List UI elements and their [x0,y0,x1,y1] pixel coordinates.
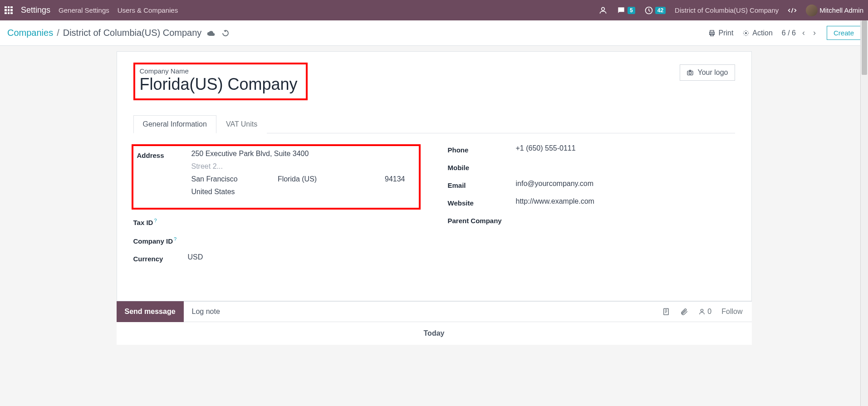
phone-input[interactable]: +1 (650) 555-0111 [516,144,735,152]
company-name-input[interactable]: Florida(US) Company [140,75,298,94]
email-label: Email [448,180,516,189]
pager-prev-icon[interactable]: ‹ [800,28,807,38]
user-name: Mitchell Admin [819,6,863,14]
breadcrumb-separator: / [57,28,59,38]
left-column: Address 250 Executive Park Blvd, Suite 3… [133,144,421,271]
website-label: Website [448,197,516,207]
nav-right: 5 42 District of Columbia(US) Company Mi… [598,5,863,16]
messages-badge: 5 [628,7,635,14]
logo-label: Your logo [697,68,728,77]
attachments-icon[interactable] [662,308,670,316]
pager-value[interactable]: 6 / 6 [782,29,796,37]
navbar: Settings General Settings Users & Compan… [0,0,868,20]
followers-count[interactable]: 0 [698,308,711,316]
breadcrumb-root[interactable]: Companies [7,28,53,38]
email-input[interactable]: info@yourcompany.com [516,180,735,188]
follow-button[interactable]: Follow [721,308,742,316]
chatter-today-separator: Today [117,322,752,345]
breadcrumb-status-icons [207,29,230,37]
action-button[interactable]: Action [742,29,772,37]
svg-point-5 [745,32,747,34]
currency-label: Currency [133,253,188,263]
phone-label: Phone [448,144,516,154]
tab-body: Address 250 Executive Park Blvd, Suite 3… [133,133,735,284]
zip-input[interactable]: 94134 [364,175,414,183]
camera-icon [687,69,694,76]
support-icon[interactable] [598,6,608,15]
log-note-button[interactable]: Log note [184,308,228,316]
company-name-block: Company Name Florida(US) Company [133,63,308,100]
breadcrumb-current: District of Columbia(US) Company [63,28,202,38]
taxid-label: Tax ID? [133,216,188,226]
tabs: General Information VAT Units [133,115,735,133]
main-wrap: Your logo Company Name Florida(US) Compa… [0,46,868,301]
country-input[interactable]: United States [191,188,414,196]
cloud-unsaved-icon[interactable] [207,29,215,37]
form-sheet: Your logo Company Name Florida(US) Compa… [117,51,752,301]
chatter-bar: Send message Log note 0 Follow [117,301,752,322]
control-bar: Companies / District of Columbia(US) Com… [0,20,868,46]
send-message-button[interactable]: Send message [117,301,184,322]
apps-icon[interactable] [5,6,13,15]
create-button[interactable]: Create [827,26,861,40]
currency-input[interactable]: USD [188,253,421,261]
debug-icon[interactable] [788,6,797,15]
activities-icon[interactable]: 42 [644,6,666,15]
app-brand[interactable]: Settings [21,5,50,15]
controlpanel-right: Print Action 6 / 6 ‹ › Create [708,26,861,40]
parent-company-label: Parent Company [448,215,516,225]
svg-point-0 [602,7,605,10]
company-switcher[interactable]: District of Columbia(US) Company [675,6,779,14]
discard-icon[interactable] [221,29,230,37]
help-icon[interactable]: ? [174,236,177,242]
help-icon[interactable]: ? [154,218,157,223]
scrollbar-thumb[interactable] [862,20,867,75]
svg-point-9 [701,309,703,312]
breadcrumb: Companies / District of Columbia(US) Com… [7,28,201,38]
tab-general-information[interactable]: General Information [133,115,216,133]
mobile-label: Mobile [448,162,516,171]
address-block: Address 250 Executive Park Blvd, Suite 3… [132,144,421,210]
avatar [806,5,818,16]
user-menu[interactable]: Mitchell Admin [806,5,863,16]
street-input[interactable]: 250 Executive Park Blvd, Suite 3400 [191,150,414,158]
nav-left: Settings General Settings Users & Compan… [5,5,178,15]
svg-point-7 [689,72,691,74]
pager-next-icon[interactable]: › [811,28,818,38]
city-input[interactable]: San Francisco [191,175,260,183]
address-fields: 250 Executive Park Blvd, Suite 3400 Stre… [191,150,414,196]
chatter-right: 0 Follow [662,308,742,316]
street2-input[interactable]: Street 2... [191,162,414,171]
tab-vat-units[interactable]: VAT Units [216,115,267,133]
attach-file-icon[interactable] [680,308,688,316]
website-input[interactable]: http://www.example.com [516,197,735,205]
print-button[interactable]: Print [708,29,733,37]
scrollbar[interactable] [860,20,868,345]
messages-icon[interactable]: 5 [617,6,635,15]
right-column: Phone +1 (650) 555-0111 Mobile Email inf… [448,144,735,271]
logo-widget[interactable]: Your logo [680,64,735,81]
pager: 6 / 6 ‹ › [782,28,818,38]
nav-general-settings[interactable]: General Settings [59,6,109,14]
companyid-label: Company ID? [133,235,188,245]
activities-badge: 42 [655,7,666,14]
state-input[interactable]: Florida (US) [278,175,346,183]
company-name-label: Company Name [140,67,298,75]
address-label: Address [137,150,191,159]
nav-users-companies[interactable]: Users & Companies [118,6,178,14]
